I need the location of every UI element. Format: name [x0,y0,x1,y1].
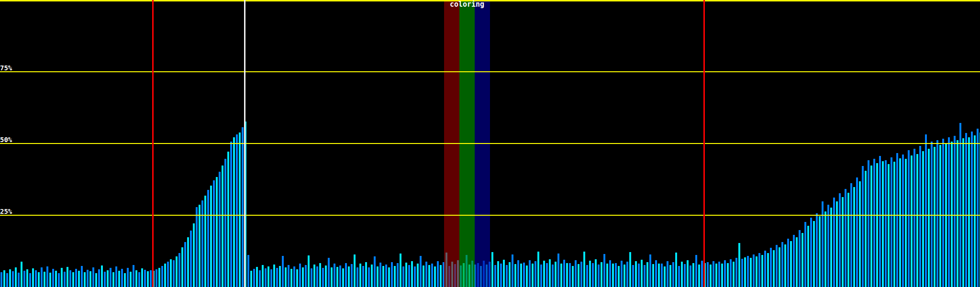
coloring-label: coloring [438,1,496,8]
labels-layer: coloring [0,0,980,287]
bitrate-histogram-chart: 75%50%25% coloring [0,0,980,287]
